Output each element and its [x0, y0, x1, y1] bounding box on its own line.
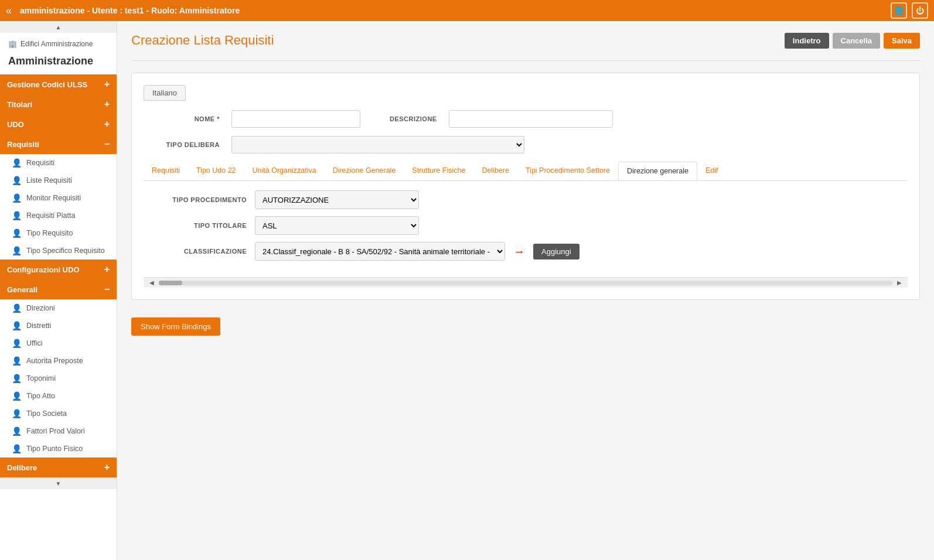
- tab-requisiti[interactable]: Requisiti: [144, 162, 188, 180]
- tipo-procedimento-row: TIPO PROCEDIMENTO AUTORIZZAZIONE: [153, 190, 898, 209]
- classificazione-label: CLASSIFICAZIONE: [153, 248, 247, 255]
- nome-input[interactable]: [231, 110, 360, 128]
- back-arrow-icon: «: [6, 5, 12, 17]
- sidebar-item-tipo-requisito[interactable]: 👤 Tipo Requisito: [0, 224, 117, 242]
- top-bar-left: « amministrazione - Utente : test1 - Ruo…: [6, 5, 240, 17]
- scroll-right-arrow[interactable]: ▶: [895, 279, 904, 286]
- sidebar-item-toponimi[interactable]: 👤 Toponimi: [0, 370, 117, 387]
- descrizione-input[interactable]: [449, 110, 613, 128]
- user-icon-monitor: 👤: [12, 193, 22, 203]
- tab-edif[interactable]: Edif: [697, 162, 727, 180]
- sidebar-item-label-monitor: Monitor Requisiti: [26, 194, 81, 202]
- sidebar-item-tipo-specifico[interactable]: 👤 Tipo Specifico Requisito: [0, 242, 117, 259]
- tab-delibere[interactable]: Delibere: [473, 162, 517, 180]
- aggiungi-button[interactable]: Aggiungi: [533, 244, 580, 259]
- tab-tipi-procedimento-settore[interactable]: Tipi Procedimento Settore: [517, 162, 618, 180]
- sidebar-item-label-requisiti: Requisiti: [26, 159, 54, 167]
- top-bar-icons: 🌐 ⏻: [891, 2, 928, 19]
- breadcrumb-label: Edifici Amministrazione: [21, 40, 93, 48]
- sidebar-section-configurazioni[interactable]: Configurazioni UDO +: [0, 259, 117, 279]
- tipo-delibera-select[interactable]: [231, 136, 524, 153]
- user-icon-specifico: 👤: [12, 246, 22, 255]
- tab-strutture-fisiche[interactable]: Strutture Fisiche: [404, 162, 473, 180]
- sidebar-breadcrumb: 🏢 Edifici Amministrazione: [0, 33, 117, 52]
- sidebar-section-gestione-codici[interactable]: Gestione Codici ULSS +: [0, 74, 117, 94]
- user-icon-liste: 👤: [12, 176, 22, 185]
- sidebar-item-fattori[interactable]: 👤 Fattori Prod Valori: [0, 422, 117, 440]
- sidebar-section-label-delibere: Delibere: [7, 463, 37, 472]
- header-buttons: Indietro Cancella Salva: [785, 33, 920, 49]
- tab-unita-organizzativa[interactable]: Unità Organizzativa: [244, 162, 325, 180]
- user-icon-distretti: 👤: [12, 321, 22, 330]
- sidebar: ▲ 🏢 Edifici Amministrazione Amministrazi…: [0, 21, 117, 560]
- horizontal-scrollbar[interactable]: ◀ ▶: [144, 277, 908, 288]
- sidebar-item-direzioni[interactable]: 👤 Direzioni: [0, 299, 117, 317]
- language-tab[interactable]: Italiano: [144, 85, 186, 101]
- sidebar-item-label-uffici: Uffici: [26, 339, 43, 347]
- sidebar-item-label-toponimi: Toponimi: [26, 374, 56, 383]
- sidebar-item-monitor-requisiti[interactable]: 👤 Monitor Requisiti: [0, 189, 117, 207]
- sidebar-item-liste-requisiti[interactable]: 👤 Liste Requisiti: [0, 172, 117, 189]
- red-arrow-icon: →: [513, 245, 525, 258]
- sidebar-item-tipo-atto[interactable]: 👤 Tipo Atto: [0, 387, 117, 405]
- user-icon-tipo-atto: 👤: [12, 391, 22, 401]
- user-icon-autorita: 👤: [12, 356, 22, 366]
- tab-tipo-udo-22[interactable]: Tipo Udo 22: [188, 162, 244, 180]
- classificazione-select[interactable]: 24.Classif_regionale - B 8 - SA/502/92 -…: [255, 242, 505, 261]
- sidebar-section-label-titolari: Titolari: [7, 100, 32, 109]
- power-icon[interactable]: ⏻: [912, 2, 928, 19]
- descrizione-label: DESCRIZIONE: [390, 115, 437, 122]
- sidebar-item-label-tipo-req: Tipo Requisito: [26, 229, 73, 237]
- tipo-procedimento-select[interactable]: AUTORIZZAZIONE: [255, 190, 419, 209]
- tipo-titolare-label: TIPO TITOLARE: [153, 222, 247, 229]
- tipo-delibera-row: TIPO DELIBERA: [144, 136, 908, 153]
- sidebar-section-icon-delibere: +: [104, 462, 110, 473]
- sidebar-section-generali[interactable]: Generali −: [0, 279, 117, 299]
- scroll-track: [159, 281, 892, 285]
- sidebar-section-icon-udo: +: [104, 119, 110, 129]
- scroll-thumb: [159, 281, 182, 285]
- main-inner: Creazione Lista Requisiti Indietro Cance…: [117, 21, 934, 347]
- sidebar-item-label-piatta: Requisiti Piatta: [26, 211, 75, 220]
- sidebar-item-autorita[interactable]: 👤 Autorita Preposte: [0, 352, 117, 370]
- tab-direzione-generale-active[interactable]: Direzione generale: [618, 162, 697, 181]
- sidebar-item-label-tipo-punto: Tipo Punto Fisico: [26, 445, 83, 453]
- sidebar-item-label-liste: Liste Requisiti: [26, 176, 72, 185]
- sidebar-section-titolari[interactable]: Titolari +: [0, 94, 117, 114]
- sidebar-section-label-udo: UDO: [7, 120, 24, 129]
- sidebar-item-requisiti-piatta[interactable]: 👤 Requisiti Piatta: [0, 207, 117, 224]
- sidebar-scroll-down[interactable]: ▼: [0, 477, 117, 489]
- show-form-bindings-button[interactable]: Show Form Bindings: [131, 317, 220, 336]
- main-content: Creazione Lista Requisiti Indietro Cance…: [117, 21, 934, 560]
- sidebar-section-udo[interactable]: UDO +: [0, 114, 117, 134]
- user-icon-uffici: 👤: [12, 339, 22, 348]
- page-header: Creazione Lista Requisiti Indietro Cance…: [131, 33, 920, 49]
- user-icon-requisiti: 👤: [12, 158, 22, 168]
- sidebar-section-label-config: Configurazioni UDO: [7, 265, 80, 274]
- user-icon-piatta: 👤: [12, 211, 22, 220]
- sidebar-section-requisiti[interactable]: Requisiti −: [0, 134, 117, 154]
- sidebar-item-tipo-punto[interactable]: 👤 Tipo Punto Fisico: [0, 440, 117, 457]
- save-button[interactable]: Salva: [884, 33, 920, 49]
- sidebar-item-label-tipo-societa: Tipo Societa: [26, 409, 67, 418]
- sidebar-item-tipo-societa[interactable]: 👤 Tipo Societa: [0, 405, 117, 422]
- sidebar-section-label-requisiti: Requisiti: [7, 140, 39, 149]
- tipo-procedimento-label: TIPO PROCEDIMENTO: [153, 196, 247, 203]
- app-title: amministrazione - Utente : test1 - Ruolo…: [20, 6, 240, 15]
- sidebar-section-delibere[interactable]: Delibere +: [0, 457, 117, 477]
- sidebar-item-label-autorita: Autorita Preposte: [26, 357, 83, 365]
- sidebar-item-uffici[interactable]: 👤 Uffici: [0, 334, 117, 352]
- sidebar-item-label-tipo-atto: Tipo Atto: [26, 392, 55, 400]
- tab-direzione-generale[interactable]: Direzione Generale: [325, 162, 404, 180]
- tipo-titolare-select[interactable]: ASL: [255, 216, 419, 235]
- back-button[interactable]: Indietro: [785, 33, 829, 49]
- tipo-delibera-label: TIPO DELIBERA: [144, 141, 220, 148]
- sidebar-item-requisiti[interactable]: 👤 Requisiti: [0, 154, 117, 172]
- cancel-button[interactable]: Cancella: [833, 33, 880, 49]
- sidebar-item-label-direzioni: Direzioni: [26, 304, 55, 312]
- scroll-left-arrow[interactable]: ◀: [147, 279, 156, 286]
- sidebar-scroll-up[interactable]: ▲: [0, 21, 117, 33]
- sidebar-section-icon-titolari: +: [104, 99, 110, 110]
- sidebar-item-distretti[interactable]: 👤 Distretti: [0, 317, 117, 334]
- globe-icon[interactable]: 🌐: [891, 2, 907, 19]
